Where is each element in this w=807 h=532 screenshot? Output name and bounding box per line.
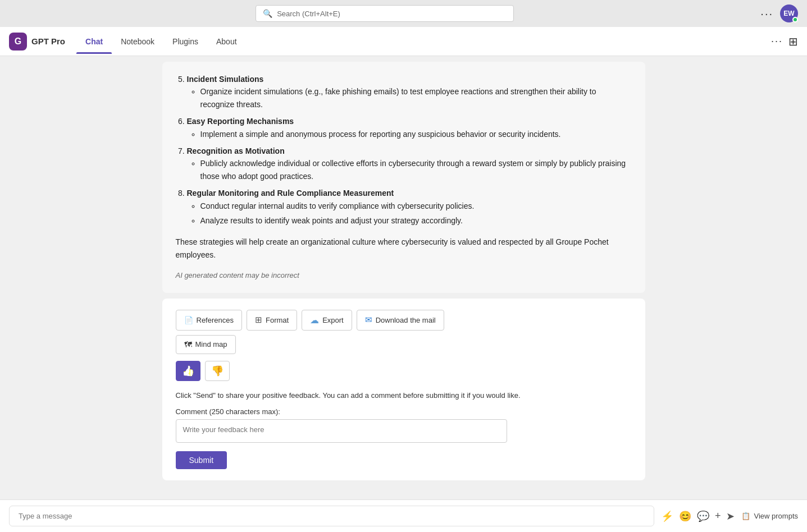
app-logo-name: GPT Pro	[31, 36, 65, 46]
list-item: Organize incident simulations (e.g., fak…	[200, 85, 632, 111]
tab-notebook[interactable]: Notebook	[112, 29, 163, 54]
feedback-row: 👍 👎	[176, 361, 632, 381]
search-box[interactable]: 🔍 Search (Ctrl+Alt+E)	[256, 5, 514, 22]
list-item: Incident Simulations Organize incident s…	[187, 73, 632, 111]
view-prompts-button[interactable]: 📋 View prompts	[741, 512, 798, 520]
top-bar-right: ··· EW	[760, 4, 798, 22]
main-content: Incident Simulations Organize incident s…	[0, 56, 807, 499]
download-mail-button[interactable]: ✉ Download the mail	[357, 310, 444, 331]
doc-icon	[184, 316, 193, 324]
export-icon: ☁	[310, 315, 319, 325]
chat-area: Incident Simulations Organize incident s…	[9, 56, 798, 499]
export-button[interactable]: ☁ Export	[302, 310, 352, 331]
search-placeholder: Search (Ctrl+Alt+E)	[277, 10, 340, 18]
send-button[interactable]: ➤	[726, 510, 735, 522]
avatar[interactable]: EW	[780, 4, 798, 22]
response-content: Incident Simulations Organize incident s…	[176, 73, 632, 282]
list-item: Recognition as Motivation Publicly ackno…	[187, 145, 632, 182]
comment-button[interactable]: 💬	[697, 510, 709, 522]
format-button[interactable]: ⊞ Format	[247, 310, 297, 331]
item-title: Incident Simulations	[187, 75, 264, 84]
more-options-button[interactable]: ···	[760, 7, 773, 20]
item-title: Easy Reporting Mechanisms	[187, 117, 294, 126]
feedback-textarea[interactable]	[176, 419, 507, 443]
action-buttons-row: References ⊞ Format ☁ Export ✉ Download …	[176, 310, 632, 331]
nav-grid-button[interactable]: ⊞	[788, 35, 798, 48]
thumbs-up-button[interactable]: 👍	[176, 361, 200, 381]
nav-right: ··· ⊞	[771, 35, 798, 48]
list-item: Easy Reporting Mechanisms Implement a si…	[187, 115, 632, 140]
nav-more-button[interactable]: ···	[771, 35, 783, 47]
list-item: Publicly acknowledge individual or colle…	[200, 157, 632, 182]
map-icon: 🗺	[184, 340, 192, 349]
feedback-info: Click "Send" to share your positive feed…	[176, 390, 632, 401]
list-item: Conduct regular internal audits to verif…	[200, 200, 632, 212]
mail-icon: ✉	[365, 315, 372, 325]
search-icon: 🔍	[263, 9, 272, 18]
app-nav: G GPT Pro Chat Notebook Plugins About ··…	[0, 27, 807, 56]
comment-label: Comment (250 characters max):	[176, 407, 632, 416]
mind-map-button[interactable]: 🗺 Mind map	[176, 335, 236, 354]
second-row-buttons: 🗺 Mind map	[176, 335, 632, 354]
list-item: Regular Monitoring and Rule Compliance M…	[187, 187, 632, 227]
thumbs-down-icon: 👎	[211, 365, 224, 377]
avatar-status	[792, 17, 798, 22]
item-title: Recognition as Motivation	[187, 146, 285, 155]
table-icon: ⊞	[255, 315, 262, 325]
list-item: Analyze results to identify weak points …	[200, 214, 632, 227]
app-logo: G GPT Pro	[9, 33, 65, 51]
submit-button[interactable]: Submit	[176, 451, 227, 469]
top-bar: 🔍 Search (Ctrl+Alt+E) ··· EW	[0, 0, 807, 27]
tab-chat[interactable]: Chat	[76, 29, 112, 54]
message-input[interactable]	[9, 506, 654, 526]
closing-text: These strategies will help create an org…	[176, 236, 632, 261]
thumbs-up-icon: 👍	[182, 365, 194, 377]
emoji-button[interactable]: 😊	[679, 510, 691, 522]
references-button[interactable]: References	[176, 310, 242, 331]
item-title: Regular Monitoring and Rule Compliance M…	[187, 189, 394, 198]
ai-disclaimer: AI generated content may be incorrect	[176, 270, 632, 282]
lightning-button[interactable]: ⚡	[661, 510, 673, 522]
tab-about[interactable]: About	[207, 29, 246, 54]
thumbs-down-button[interactable]: 👎	[205, 361, 230, 381]
tab-plugins[interactable]: Plugins	[163, 29, 207, 54]
ai-response-card: Incident Simulations Organize incident s…	[162, 62, 645, 293]
attach-button[interactable]: +	[715, 510, 721, 522]
bottom-bar: ⚡ 😊 💬 + ➤ 📋 View prompts	[0, 499, 807, 532]
prompts-icon: 📋	[741, 512, 750, 520]
list-item: Implement a simple and anonymous process…	[200, 128, 632, 140]
bottom-actions: ⚡ 😊 💬 + ➤	[661, 510, 735, 522]
action-card: References ⊞ Format ☁ Export ✉ Download …	[162, 299, 645, 481]
app-logo-icon: G	[9, 33, 27, 51]
